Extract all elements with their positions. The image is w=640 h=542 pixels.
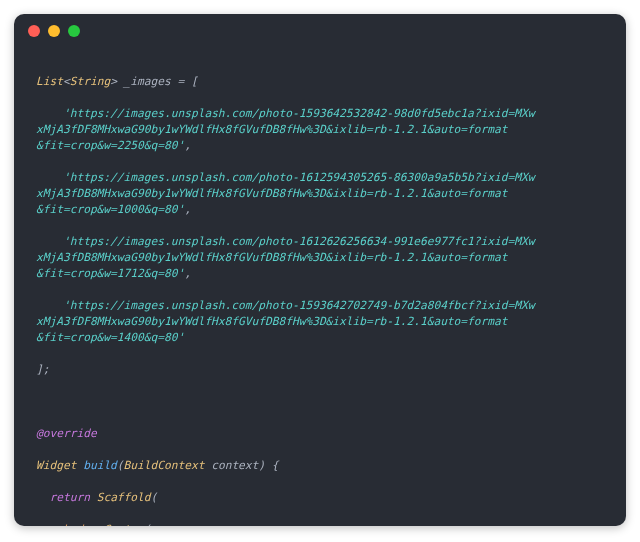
code-line: 'https://images.unsplash.com/photo-15936… <box>36 298 608 346</box>
code-line: Widget build(BuildContext context) { <box>36 458 608 474</box>
code-line: 'https://images.unsplash.com/photo-15936… <box>36 106 608 154</box>
string-token: 'https://images.unsplash.com/photo-15936… <box>36 107 534 152</box>
string-token: 'https://images.unsplash.com/photo-16126… <box>36 235 534 280</box>
close-icon[interactable] <box>28 25 40 37</box>
function-token: build <box>83 459 117 472</box>
class-token: Center <box>103 523 143 526</box>
string-token: 'https://images.unsplash.com/photo-16125… <box>36 171 534 216</box>
property-token: body <box>63 523 90 526</box>
code-line: body: Center( <box>36 522 608 526</box>
type-token: BuildContext <box>124 459 205 472</box>
zoom-icon[interactable] <box>68 25 80 37</box>
code-line: @override <box>36 426 608 442</box>
type-token: Widget <box>36 459 76 472</box>
keyword-token: return <box>49 491 89 504</box>
string-token: 'https://images.unsplash.com/photo-15936… <box>36 299 534 344</box>
code-line: return Scaffold( <box>36 490 608 506</box>
keyword-token: @override <box>36 427 97 440</box>
code-line: 'https://images.unsplash.com/photo-16126… <box>36 234 608 282</box>
code-area: List<String> _images = [ 'https://images… <box>36 58 608 512</box>
class-token: Scaffold <box>97 491 151 504</box>
code-line <box>36 394 608 410</box>
minimize-icon[interactable] <box>48 25 60 37</box>
type-token: String <box>70 75 110 88</box>
code-line: 'https://images.unsplash.com/photo-16125… <box>36 170 608 218</box>
code-line: List<String> _images = [ <box>36 74 608 90</box>
code-window: List<String> _images = [ 'https://images… <box>14 14 626 526</box>
type-token: List <box>36 75 63 88</box>
identifier-token: _images <box>124 75 171 88</box>
window-titlebar <box>14 14 626 48</box>
code-line: ]; <box>36 362 608 378</box>
